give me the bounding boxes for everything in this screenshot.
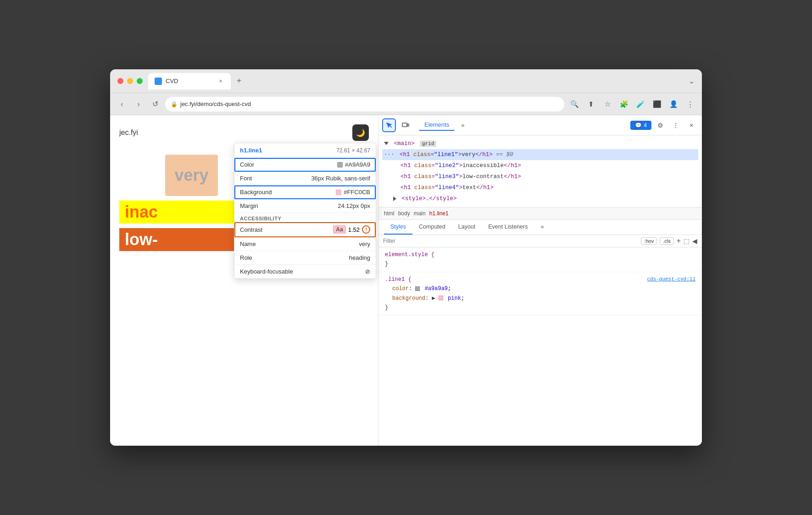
toggle-print-button[interactable]: ⬚ — [684, 237, 690, 245]
hov-button[interactable]: :hov — [641, 237, 657, 245]
breadcrumb-h1-line1[interactable]: h1.line1 — [429, 210, 449, 217]
tab-styles[interactable]: Styles — [384, 220, 412, 235]
styles-filter-input[interactable] — [383, 238, 637, 244]
breadcrumb-body[interactable]: body — [398, 210, 410, 217]
tab-more[interactable]: » — [456, 120, 470, 130]
background-expand-arrow[interactable]: ▶ — [432, 295, 435, 302]
add-style-button[interactable]: + — [677, 237, 681, 245]
webpage-panel: jec.fyi 🌙 very inac low- h1.line1 72.61 … — [110, 115, 378, 446]
forward-button[interactable]: › — [132, 98, 145, 111]
bookmark-icon[interactable]: ☆ — [601, 98, 614, 111]
reload-button[interactable]: ↺ — [149, 98, 161, 111]
html-tree: <main> grid ··· <h1 class="line1">very</… — [378, 135, 702, 207]
rule-selector-line1: .line1 { — [385, 276, 412, 283]
url-bar[interactable]: 🔒 jec.fyi/demo/cds-quest-cvd — [165, 97, 564, 112]
tab-computed[interactable]: Computed — [412, 220, 452, 235]
tooltip-background-value: #FFC0CB — [336, 189, 370, 196]
breadcrumb-main[interactable]: main — [414, 210, 426, 217]
tree-row-style[interactable]: <style>…</style> — [384, 193, 696, 204]
cls-button[interactable]: .cls — [660, 237, 674, 245]
tree-row-h1-line4[interactable]: <h1 class="line4">text</h1> — [384, 182, 696, 193]
tooltip-font-value: 36px Rubik, sans-serif — [311, 175, 370, 182]
chat-count: 4 — [644, 122, 647, 129]
sidebar-toggle-button[interactable]: ◀ — [692, 237, 697, 245]
filter-actions: :hov .cls + ⬚ ◀ — [641, 237, 697, 245]
device-toolbar-button[interactable] — [399, 118, 412, 132]
styles-pane: :hov .cls + ⬚ ◀ element.style { } cds-qu… — [378, 235, 702, 446]
lab-icon[interactable]: 🧪 — [634, 98, 647, 111]
tooltip-margin-label: Margin — [240, 202, 258, 209]
aa-badge: Aa — [333, 225, 345, 234]
tree-row-main[interactable]: <main> grid — [384, 138, 696, 149]
tooltip-role-value: heading — [349, 254, 370, 261]
breadcrumb-html[interactable]: html — [384, 210, 395, 217]
address-actions: 🔍 ⬆ ☆ 🧩 🧪 ⬛ 👤 ⋮ — [568, 98, 696, 111]
tree-row-h1-line3[interactable]: <h1 class="line3">low-contrast</h1> — [384, 171, 696, 182]
inspect-element-button[interactable] — [382, 118, 396, 132]
chat-button[interactable]: 💬 4 — [630, 121, 651, 130]
site-logo: jec.fyi — [119, 129, 138, 137]
tooltip-name-value: very — [359, 241, 370, 247]
svg-rect-1 — [407, 124, 409, 126]
main-area: jec.fyi 🌙 very inac low- h1.line1 72.61 … — [110, 115, 702, 446]
tab-more-panels[interactable]: » — [534, 220, 550, 235]
rule-color-prop: color: #a9a9a9; — [385, 285, 451, 292]
tooltip-element-name: h1.line1 — [240, 147, 262, 154]
expand-triangle-icon — [393, 196, 396, 201]
chat-icon: 💬 — [635, 122, 642, 129]
maximize-button[interactable] — [137, 78, 143, 84]
contrast-value: 1.52 — [348, 226, 360, 233]
address-bar: ‹ › ↺ 🔒 jec.fyi/demo/cds-quest-cvd 🔍 ⬆ ☆… — [110, 93, 702, 115]
extensions-icon[interactable]: 🧩 — [617, 98, 630, 111]
dark-mode-button[interactable]: 🌙 — [352, 124, 369, 141]
active-tab[interactable]: 🌐 CVD × — [148, 73, 231, 90]
tooltip-name-label: Name — [240, 241, 256, 247]
tab-close-button[interactable]: × — [217, 78, 224, 85]
more-menu-icon[interactable]: ⋮ — [684, 98, 696, 111]
collapse-triangle-icon — [384, 142, 389, 145]
tree-row-h1-line2[interactable]: <h1 class="line2">inaccessible</h1> — [384, 160, 696, 171]
settings-button[interactable]: ⚙ — [653, 118, 667, 132]
rule-source-link[interactable]: cds-quest-cvd:11 — [647, 275, 695, 284]
devtools-panel: Elements » 💬 4 ⚙ ⋮ × <main> — [378, 115, 702, 446]
tooltip-color-row: Color #A9A9A9 — [234, 158, 376, 172]
tab-list-button[interactable]: ⌄ — [689, 77, 695, 85]
close-button[interactable] — [117, 78, 123, 84]
tooltip-name-row: Name very — [234, 237, 376, 251]
tree-row-h1-line1[interactable]: ··· <h1 class="line1">very</h1> == $0 — [382, 149, 698, 160]
color-swatch — [337, 162, 343, 168]
title-bar: 🌐 CVD × + ⌄ — [110, 69, 702, 93]
tooltip-keyboard-row: Keyboard-focusable ⊘ — [234, 265, 376, 279]
lock-icon: 🔒 — [171, 101, 178, 107]
tab-event-listeners[interactable]: Event Listeners — [482, 220, 534, 235]
demo-very-block: very — [165, 155, 218, 196]
browser-window: 🌐 CVD × + ⌄ ‹ › ↺ 🔒 jec.fyi/demo/cds-que… — [110, 69, 702, 446]
tab-favicon: 🌐 — [155, 78, 162, 85]
tooltip-keyboard-value: ⊘ — [365, 268, 370, 275]
close-devtools-button[interactable]: × — [684, 118, 698, 132]
devtools-toolbar: Elements » 💬 4 ⚙ ⋮ × — [378, 115, 702, 135]
split-icon[interactable]: ⬛ — [651, 98, 663, 111]
share-icon[interactable]: ⬆ — [584, 98, 597, 111]
background-swatch — [336, 190, 341, 195]
more-options-button[interactable]: ⋮ — [669, 118, 683, 132]
tab-elements[interactable]: Elements — [419, 119, 455, 131]
tooltip-color-value: #A9A9A9 — [337, 161, 370, 168]
breadcrumbs: html body main h1.line1 — [378, 207, 702, 220]
styles-filter-bar: :hov .cls + ⬚ ◀ — [378, 235, 702, 247]
tooltip-margin-row: Margin 24.12px 0px — [234, 199, 376, 213]
tab-layout[interactable]: Layout — [452, 220, 482, 235]
back-button[interactable]: ‹ — [116, 98, 128, 111]
rule-selector-element: element.style { — [385, 252, 434, 258]
svg-rect-0 — [402, 123, 407, 127]
devtools-main-tabs: Elements » — [419, 119, 628, 131]
devtools-toolbar-right: 💬 4 ⚙ ⋮ × — [630, 118, 698, 132]
profile-icon[interactable]: 👤 — [667, 98, 680, 111]
styles-rule-line1: cds-quest-cvd:11 .line1 { color: #a9a9a9… — [378, 272, 702, 316]
minimize-button[interactable] — [127, 78, 133, 84]
tooltip-header: h1.line1 72.61 × 42.67 — [234, 143, 376, 158]
tooltip-contrast-label: Contrast — [240, 226, 262, 233]
tooltip-color-label: Color — [240, 161, 254, 168]
new-tab-button[interactable]: + — [233, 75, 245, 88]
search-icon[interactable]: 🔍 — [568, 98, 581, 111]
